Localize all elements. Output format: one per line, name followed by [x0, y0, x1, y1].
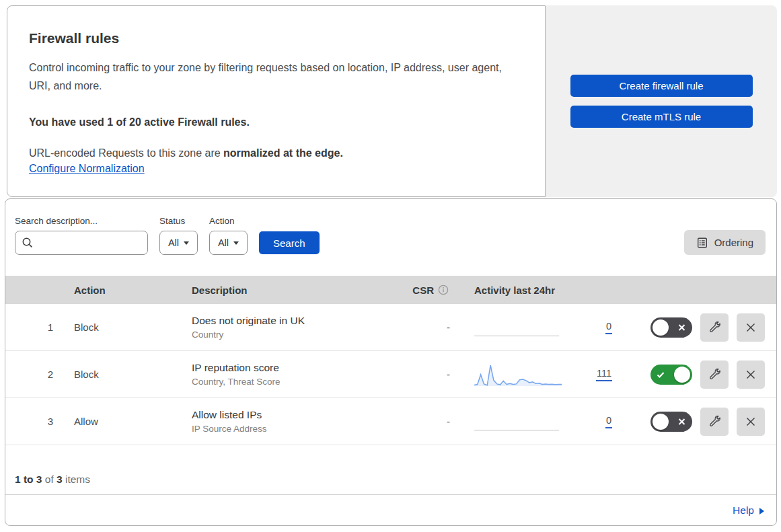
delete-rule-button[interactable] [737, 313, 765, 342]
usage-summary: You have used 1 of 20 active Firewall ru… [29, 116, 523, 128]
rule-action: Allow [74, 416, 192, 427]
create-mtls-rule-button[interactable]: Create mTLS rule [570, 106, 753, 128]
items-text: items [63, 473, 90, 485]
help-link[interactable]: Help [733, 504, 764, 517]
rule-priority: 2 [5, 369, 74, 380]
search-button[interactable]: Search [259, 231, 320, 254]
normalization-note: URL-encoded Requests to this zone are no… [29, 147, 523, 159]
ordering-button[interactable]: Ordering [684, 230, 766, 255]
delete-rule-button[interactable] [737, 360, 765, 389]
close-icon [745, 416, 757, 428]
activity-sparkline [474, 408, 562, 435]
header-csr-label: CSR [412, 284, 434, 296]
rule-enabled-toggle[interactable] [650, 317, 692, 338]
rule-fields: IP Source Address [192, 424, 404, 434]
header-action: Action [74, 284, 192, 296]
rule-enabled-toggle[interactable] [650, 412, 692, 432]
range-text: 1 to 3 [15, 473, 42, 485]
rule-controls [619, 408, 776, 436]
table-row: 3 Allow Allow listed IPs IP Source Addre… [5, 398, 776, 445]
activity-sparkline [474, 361, 562, 388]
configure-normalization-link[interactable]: Configure Normalization [29, 163, 145, 174]
table-row: 2 Block IP reputation score Country, Thr… [5, 351, 776, 398]
close-icon [745, 321, 757, 334]
create-firewall-rule-button[interactable]: Create firewall rule [570, 75, 753, 97]
status-select[interactable]: All [159, 231, 198, 255]
ordering-label: Ordering [714, 237, 753, 248]
search-icon [22, 237, 34, 249]
wrench-icon [708, 368, 721, 381]
info-icon[interactable] [438, 284, 449, 295]
activity-count-link[interactable]: 0 [605, 321, 612, 334]
action-filter-group: Action All [209, 216, 248, 255]
of-text: of [42, 473, 57, 485]
search-group: Search description... [15, 216, 148, 255]
rule-fields: Country [192, 330, 404, 340]
x-icon [678, 418, 685, 425]
caret-down-icon [184, 241, 189, 245]
toggle-knob [653, 414, 669, 430]
page-description: Control incoming traffic to your zone by… [29, 59, 523, 95]
caret-down-icon [233, 241, 239, 245]
rule-activity-cell: 0 [469, 314, 619, 341]
edit-rule-button[interactable] [700, 408, 729, 436]
rule-priority: 3 [5, 416, 74, 427]
close-icon [745, 369, 757, 381]
edit-rule-button[interactable] [700, 313, 729, 342]
total-count: 3 [57, 473, 63, 485]
intro-card: Firewall rules Control incoming traffic … [7, 5, 546, 197]
action-selected-value: All [218, 237, 229, 248]
toggle-knob [653, 319, 669, 336]
wrench-icon [708, 415, 721, 428]
rule-priority: 1 [5, 321, 74, 333]
page-title: Firewall rules [29, 30, 523, 46]
actions-panel: Create firewall rule Create mTLS rule [546, 5, 777, 197]
table-row: 1 Block Does not originate in UK Country… [5, 304, 776, 351]
activity-count-link[interactable]: 111 [596, 368, 612, 381]
help-bar: Help [5, 495, 776, 525]
ordering-icon [696, 237, 708, 249]
activity-count-link[interactable]: 0 [605, 415, 612, 428]
edit-rule-button[interactable] [700, 360, 729, 389]
wrench-icon [708, 321, 721, 334]
header-description: Description [192, 284, 404, 296]
action-select[interactable]: All [209, 231, 248, 255]
rule-enabled-toggle[interactable] [650, 365, 692, 385]
table-header: Action Description CSR Activity last 24h… [5, 276, 776, 304]
check-icon [657, 371, 665, 379]
search-label: Search description... [15, 216, 148, 226]
delete-rule-button[interactable] [737, 408, 765, 436]
rule-fields: Country, Threat Score [192, 377, 404, 387]
rules-list-card: Search description... Status All Action … [5, 198, 777, 526]
pagination-summary: 1 to 3 of 3 items [5, 445, 776, 495]
search-input[interactable] [34, 237, 141, 249]
normalization-bold-text: normalized at the edge. [223, 147, 343, 159]
rule-csr: - [404, 416, 469, 427]
search-box [15, 231, 148, 255]
normalization-text: URL-encoded Requests to this zone are [29, 147, 223, 159]
rule-controls [619, 313, 776, 342]
rule-action: Block [74, 321, 192, 333]
rule-csr: - [404, 321, 469, 333]
status-selected-value: All [168, 237, 179, 248]
header-csr: CSR [404, 284, 469, 296]
rule-description-cell: IP reputation score Country, Threat Scor… [192, 362, 404, 387]
help-label: Help [733, 504, 754, 517]
rule-activity-cell: 111 [469, 361, 619, 388]
status-label: Status [159, 216, 198, 226]
rule-description-cell: Does not originate in UK Country [192, 315, 404, 340]
rule-activity-cell: 0 [469, 408, 619, 435]
rule-controls [619, 360, 776, 389]
rule-csr: - [404, 369, 469, 380]
rule-action: Block [74, 369, 192, 380]
toggle-knob [674, 367, 690, 383]
action-label: Action [209, 216, 248, 226]
status-filter-group: Status All [159, 216, 198, 255]
header-section: Firewall rules Control incoming traffic … [7, 5, 777, 197]
rule-description: IP reputation score [192, 362, 404, 374]
activity-sparkline [474, 314, 562, 341]
rule-description-cell: Allow listed IPs IP Source Address [192, 409, 404, 434]
filter-bar: Search description... Status All Action … [5, 199, 776, 276]
triangle-right-icon [759, 508, 764, 515]
rule-description: Allow listed IPs [192, 409, 404, 421]
